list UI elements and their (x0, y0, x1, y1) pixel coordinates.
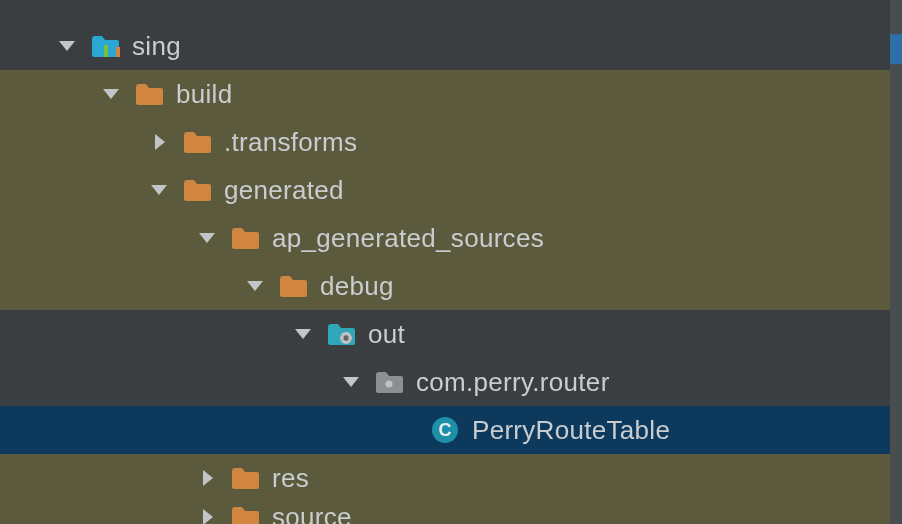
module-icon (90, 31, 120, 61)
chevron-right-icon[interactable] (196, 506, 218, 524)
tree-row-selected[interactable]: PerryRouteTable (0, 406, 902, 454)
tree-item-label: out (368, 321, 405, 347)
tree-row[interactable]: sing (0, 22, 902, 70)
chevron-down-icon[interactable] (148, 179, 170, 201)
folder-icon (230, 463, 260, 493)
class-icon (430, 415, 460, 445)
tree-row[interactable]: out (0, 310, 902, 358)
folder-icon (182, 175, 212, 205)
chevron-right-icon[interactable] (196, 467, 218, 489)
package-icon (374, 367, 404, 397)
folder-icon (230, 223, 260, 253)
folder-icon (230, 502, 260, 524)
tree-row[interactable]: generated (0, 166, 902, 214)
tree-row[interactable]: com.perry.router (0, 358, 902, 406)
tree-item-label: .transforms (224, 129, 357, 155)
project-tree[interactable]: g sing build .transforms generated ap_ge… (0, 0, 902, 524)
generated-folder-icon (326, 319, 356, 349)
tree-item-label: PerryRouteTable (472, 417, 670, 443)
tree-row[interactable]: source (0, 502, 902, 524)
chevron-down-icon[interactable] (244, 275, 266, 297)
folder-icon (134, 79, 164, 109)
tree-row-partial (0, 0, 902, 22)
tree-item-label: sing (132, 33, 181, 59)
tree-item-label: build (176, 81, 232, 107)
tree-item-label: res (272, 465, 309, 491)
scrollbar-thumb[interactable] (890, 34, 902, 64)
tree-row[interactable]: res (0, 454, 902, 502)
chevron-down-icon[interactable] (56, 35, 78, 57)
tree-item-label: debug (320, 273, 394, 299)
tree-item-label: ap_generated_sources (272, 225, 544, 251)
chevron-down-icon[interactable] (196, 227, 218, 249)
tree-item-label: com.perry.router (416, 369, 610, 395)
chevron-right-icon[interactable] (148, 131, 170, 153)
tree-row[interactable]: debug (0, 262, 902, 310)
folder-icon (278, 271, 308, 301)
vertical-scrollbar[interactable] (890, 0, 902, 524)
folder-icon (182, 127, 212, 157)
tree-item-label: generated (224, 177, 344, 203)
tree-item-label: source (272, 504, 352, 524)
chevron-down-icon[interactable] (340, 371, 362, 393)
tree-row[interactable]: build (0, 70, 902, 118)
chevron-down-icon[interactable] (100, 83, 122, 105)
tree-row[interactable]: .transforms (0, 118, 902, 166)
chevron-down-icon[interactable] (292, 323, 314, 345)
tree-row[interactable]: ap_generated_sources (0, 214, 902, 262)
